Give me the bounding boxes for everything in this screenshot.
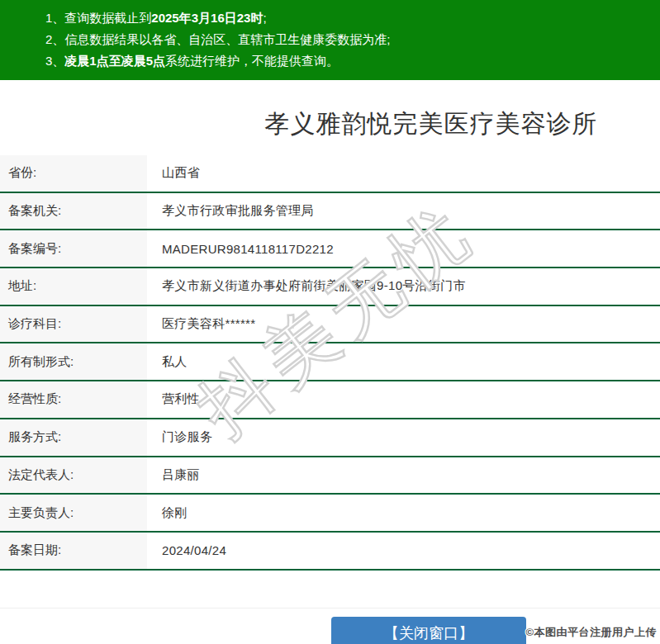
table-row: 省份: 山西省 xyxy=(0,155,660,193)
row-label: 备案编号: xyxy=(0,230,147,267)
row-label: 经营性质: xyxy=(0,381,147,418)
row-value: 孝义市行政审批服务管理局 xyxy=(147,193,660,230)
row-label: 诊疗科目: xyxy=(0,306,147,343)
notice-1-post: ; xyxy=(263,11,266,25)
info-table: 省份: 山西省 备案机关: 孝义市行政审批服务管理局 备案编号: MADERUR… xyxy=(0,155,660,571)
row-value: 2024/04/24 xyxy=(147,533,660,569)
row-label: 服务方式: xyxy=(0,419,147,456)
notice-line-3: 3、凌晨1点至凌晨5点系统进行维护，不能提供查询。 xyxy=(45,50,652,72)
row-value: 私人 xyxy=(147,343,660,380)
table-row: 服务方式: 门诊服务 xyxy=(0,419,660,457)
uploader-note: ©本图由平台注册用户上传 xyxy=(525,625,657,640)
row-value: MADERUR9814118117D2212 xyxy=(147,230,660,267)
notice-line-2: 2、信息数据结果以各省、自治区、直辖市卫生健康委数据为准; xyxy=(45,29,652,50)
row-value: 营利性 xyxy=(147,381,660,418)
row-value: 孝义市新义街道办事处府前街美丽家园9-10号沿街门市 xyxy=(147,268,660,305)
page-title: 孝义雅韵悦完美医疗美容诊所 xyxy=(202,107,660,141)
row-label: 省份: xyxy=(0,155,147,192)
close-window-button[interactable]: 【关闭窗口】 xyxy=(331,617,526,644)
row-label: 主要负责人: xyxy=(0,495,147,531)
table-row: 备案编号: MADERUR9814118117D2212 xyxy=(0,230,660,268)
row-value: 徐刚 xyxy=(147,495,660,531)
notice-3-bold: 凌晨1点至凌晨5点 xyxy=(64,54,165,68)
notice-1-bold: 2025年3月16日23时 xyxy=(151,11,263,25)
row-value: 医疗美容科****** xyxy=(147,306,660,343)
notice-1-pre: 1、查询数据截止到 xyxy=(45,11,151,25)
table-row: 备案机关: 孝义市行政审批服务管理局 xyxy=(0,193,660,231)
row-value: 吕康丽 xyxy=(147,457,660,494)
table-row: 地址: 孝义市新义街道办事处府前街美丽家园9-10号沿街门市 xyxy=(0,268,660,306)
footer-divider xyxy=(0,608,660,608)
row-label: 地址: xyxy=(0,268,147,305)
row-value: 山西省 xyxy=(147,155,660,192)
notice-line-1: 1、查询数据截止到2025年3月16日23时; xyxy=(45,7,652,29)
table-row: 主要负责人: 徐刚 xyxy=(0,495,660,533)
row-label: 备案日期: xyxy=(0,533,147,569)
table-row: 备案日期: 2024/04/24 xyxy=(0,533,660,571)
table-row: 诊疗科目: 医疗美容科****** xyxy=(0,306,660,344)
row-label: 备案机关: xyxy=(0,193,147,230)
row-value: 门诊服务 xyxy=(147,419,660,456)
table-row: 所有制形式: 私人 xyxy=(0,343,660,381)
table-row: 经营性质: 营利性 xyxy=(0,381,660,419)
notice-2-pre: 2、信息数据结果以各省、自治区、直辖市卫生健康委数据为准; xyxy=(45,32,391,46)
table-row: 法定代表人: 吕康丽 xyxy=(0,457,660,495)
notice-3-post: 系统进行维护，不能提供查询。 xyxy=(165,54,339,68)
notice-3-pre: 3、 xyxy=(45,54,64,68)
row-label: 所有制形式: xyxy=(0,343,147,380)
notice-banner: 1、查询数据截止到2025年3月16日23时; 2、信息数据结果以各省、自治区、… xyxy=(0,0,660,80)
row-label: 法定代表人: xyxy=(0,457,147,494)
